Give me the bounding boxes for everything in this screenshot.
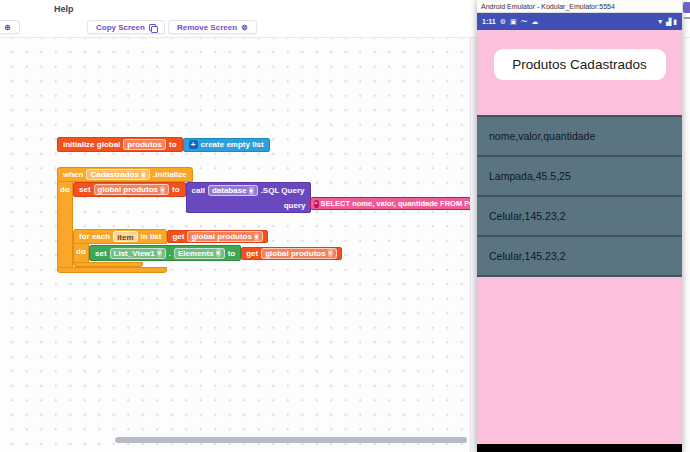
variable-dropdown[interactable]: global produtos ▾ xyxy=(261,248,336,259)
do-spine: do xyxy=(57,182,73,267)
foreach-footer xyxy=(73,262,143,267)
gear-icon: ⚙ xyxy=(500,18,506,26)
when-event-block[interactable]: when Cadastrados ▾ .Initialize do set xyxy=(57,167,342,273)
signal-icon: ▟ xyxy=(666,18,671,26)
copy-screen-button[interactable]: Copy Screen xyxy=(87,20,165,34)
get-label: get xyxy=(172,232,184,241)
foreach-do-spine: do xyxy=(73,244,89,262)
android-emulator-window: Android Emulator - Kodular_Emulator:5554… xyxy=(477,0,682,452)
set-produtos-row: set global produtos ▾ to call da xyxy=(73,182,342,213)
component-name: List_View1 xyxy=(114,248,155,259)
event-suffix: .Initialize xyxy=(153,170,187,179)
chevron-down-icon: ▾ xyxy=(141,171,146,179)
mutator-icon[interactable]: + xyxy=(189,140,198,149)
android-statusbar: 1:11 ⚙ ▣ 〜 ☁ ▼ ▟ ▮ xyxy=(477,13,682,30)
variable-name: produtos xyxy=(127,139,162,150)
peek-icon xyxy=(683,2,690,13)
sim-icon: ▣ xyxy=(510,18,517,26)
item-name: item xyxy=(117,233,133,242)
variable-dropdown[interactable]: global produtos ▾ xyxy=(94,184,169,195)
app-screen: Produtos Cadastrados nome,valor,quantida… xyxy=(477,30,682,444)
android-navbar xyxy=(477,444,682,452)
add-icon: ⊕ xyxy=(4,23,11,32)
copy-icon xyxy=(149,24,156,31)
set-label: set xyxy=(95,249,107,258)
dot-label: . xyxy=(169,249,171,258)
open-quote-icon: “ xyxy=(314,200,319,208)
initialize-global-block[interactable]: initialize global produtos to + create e… xyxy=(57,137,270,152)
help-menu[interactable]: Help xyxy=(54,4,74,14)
list-item[interactable]: Lampada,45.5,25 xyxy=(477,157,682,197)
list-item[interactable]: Celular,145.23,2 xyxy=(477,237,682,277)
set-variable-block[interactable]: set global produtos ▾ to xyxy=(73,182,186,197)
chevron-down-icon: ▾ xyxy=(157,249,162,257)
chevron-down-icon: ▾ xyxy=(160,186,165,194)
cloud-icon: ☁ xyxy=(532,18,539,26)
peek-dash xyxy=(684,17,690,19)
listview-dropdown[interactable]: List_View1 ▾ xyxy=(110,248,166,259)
list-item[interactable]: nome,valor,quantidade xyxy=(477,117,682,157)
when-footer xyxy=(57,267,167,273)
variable-name: global produtos xyxy=(98,184,158,195)
list-item[interactable]: Celular,145.23,2 xyxy=(477,197,682,237)
when-label: when xyxy=(63,170,83,179)
app-title-button[interactable]: Produtos Cadastrados xyxy=(494,49,666,80)
copy-screen-label: Copy Screen xyxy=(96,23,145,32)
initialize-keyword: initialize global xyxy=(63,140,120,149)
emulator-window-title: Android Emulator - Kodular_Emulator:5554 xyxy=(481,3,615,10)
database-dropdown[interactable]: database ▾ xyxy=(208,185,258,196)
foreach-block[interactable]: for each item in list get global produto… xyxy=(73,229,342,267)
remove-screen-button[interactable]: Remove Screen ⊗ xyxy=(168,20,257,34)
do-label: do xyxy=(76,247,86,262)
component-dropdown[interactable]: Cadastrados ▾ xyxy=(86,169,149,180)
get-produtos-block[interactable]: get global produtos ▾ xyxy=(241,247,341,260)
list-view: nome,valor,quantidade Lampada,45.5,25 Ce… xyxy=(477,115,682,277)
create-empty-list-block[interactable]: + create empty list xyxy=(183,138,270,152)
query-param-label: query xyxy=(284,201,306,210)
call-label: call xyxy=(192,186,205,195)
when-header[interactable]: when Cadastrados ▾ .Initialize xyxy=(57,167,193,182)
get-produtos-block[interactable]: get global produtos ▾ xyxy=(167,230,267,243)
add-screen-button[interactable]: n ⊕ xyxy=(0,20,20,34)
to-label: to xyxy=(228,249,236,258)
chevron-down-icon: ▾ xyxy=(328,249,333,257)
variable-name: global produtos xyxy=(265,248,325,259)
blocks-editor-page: Help n ⊕ Copy Screen Remove Screen ⊗ ini… xyxy=(0,0,690,452)
sql-query-call-block[interactable]: call database ▾ .SQL Query query xyxy=(186,182,311,213)
do-label: do xyxy=(60,185,70,267)
app-title-label: Produtos Cadastrados xyxy=(512,57,646,72)
property-name: Elements xyxy=(178,248,214,259)
item-field[interactable]: item xyxy=(113,231,137,242)
initialize-block-body[interactable]: initialize global produtos to xyxy=(57,137,183,152)
database-name: database xyxy=(212,185,247,196)
remove-screen-label: Remove Screen xyxy=(177,23,237,32)
remove-icon: ⊗ xyxy=(241,23,248,32)
variable-name: global produtos xyxy=(191,231,251,242)
wave-icon: 〜 xyxy=(521,17,528,27)
component-name: Cadastrados xyxy=(90,169,138,180)
foreach-label: for each xyxy=(79,232,110,241)
to-label: to xyxy=(169,140,177,149)
canvas-horizontal-scrollbar[interactable] xyxy=(115,437,467,443)
emulator-titlebar[interactable]: Android Emulator - Kodular_Emulator:5554 xyxy=(477,0,682,13)
set-listview-elements-block[interactable]: set List_View1 ▾ . Elements ▾ xyxy=(89,245,241,261)
variable-name-field[interactable]: produtos xyxy=(123,139,166,150)
chevron-down-icon: ▾ xyxy=(216,249,221,257)
canvas-vertical-scrollbar[interactable] xyxy=(470,38,477,452)
property-dropdown[interactable]: Elements ▾ xyxy=(174,248,225,259)
in-list-label: in list xyxy=(141,232,162,241)
battery-icon: ▮ xyxy=(673,18,677,26)
method-suffix: .SQL Query xyxy=(261,186,305,195)
statusbar-time: 1:11 xyxy=(482,18,496,25)
get-label: get xyxy=(246,249,258,258)
variable-dropdown[interactable]: global produtos ▾ xyxy=(187,231,262,242)
wifi-icon: ▼ xyxy=(657,18,664,25)
set-label: set xyxy=(79,185,91,194)
foreach-header[interactable]: for each item in list xyxy=(73,229,167,244)
create-empty-list-label: create empty list xyxy=(201,140,264,149)
chevron-down-icon: ▾ xyxy=(254,233,259,241)
to-label: to xyxy=(172,185,180,194)
chevron-down-icon: ▾ xyxy=(249,187,254,195)
